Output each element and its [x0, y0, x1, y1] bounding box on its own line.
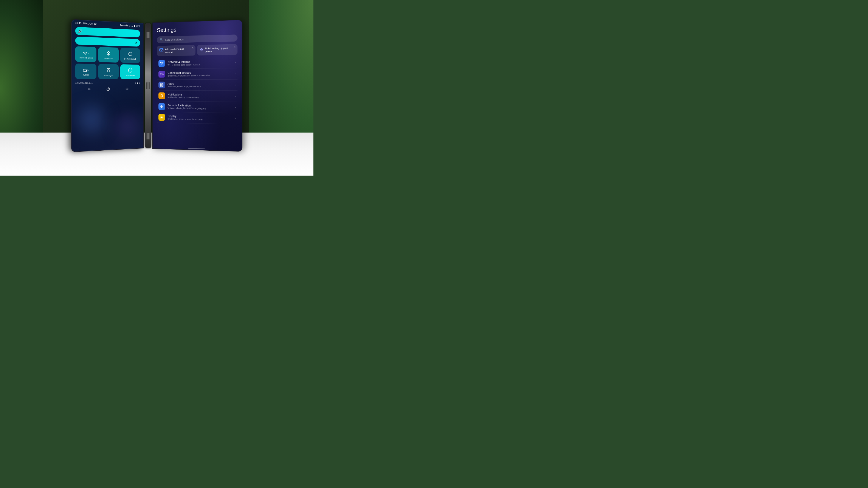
wifi-tile[interactable]: › Microsoft_Guest [75, 46, 96, 62]
sound-chevron: › [235, 106, 236, 109]
quick-settings-content: 🔊 ☀ [72, 25, 143, 95]
apps-chevron: › [235, 83, 236, 86]
finish-card-icon: ⚙ [200, 47, 203, 52]
gear-icon[interactable]: ⚙ [125, 87, 128, 92]
orb-purple [117, 115, 137, 137]
brightness-slider[interactable]: ☀ [75, 37, 140, 47]
devices-icon [158, 71, 165, 78]
autorotate-tile-label: Auto-rotate [126, 75, 135, 77]
email-card-text: Add another email account [165, 47, 193, 54]
finish-setup-card[interactable]: ⚙ Finish setting up your device ✕ [197, 44, 238, 55]
battery-icon: ▮ [134, 25, 135, 27]
notif-subtitle: Notification history, conversations [167, 96, 232, 99]
svg-point-19 [161, 117, 162, 118]
email-suggestion-card[interactable]: Add another email account ✕ [157, 45, 195, 56]
email-card-icon [159, 48, 163, 53]
notifications-item[interactable]: Notifications Notification history, conv… [157, 90, 238, 102]
search-placeholder-text: Search settings [165, 38, 184, 41]
sound-subtitle: Volume, vibrate, Do Not Disturb, rington… [167, 107, 232, 110]
power-icon[interactable]: ⏻ [106, 87, 111, 91]
apps-text: Apps Assistant, recent apps, default app… [167, 82, 232, 88]
connected-devices-item[interactable]: Connected devices Bluetooth, Android Aut… [157, 68, 238, 79]
wallet-arrow: › [88, 69, 89, 72]
edit-icon[interactable]: ✏ [88, 87, 91, 92]
devices-subtitle: Bluetooth, Android Auto, Surface accesso… [167, 74, 232, 77]
svg-line-26 [163, 116, 163, 117]
sound-text: Sounds & vibration Volume, vibrate, Do N… [167, 104, 232, 110]
wallet-tile-label: Wallet [83, 74, 89, 76]
email-card-close[interactable]: ✕ [192, 46, 194, 49]
notif-icon [158, 92, 165, 99]
right-screen: Settings 🔍 Search settings [152, 20, 242, 152]
svg-rect-15 [162, 84, 163, 85]
svg-rect-17 [162, 85, 163, 86]
autorotate-icon [128, 68, 133, 74]
flashlight-tile[interactable]: Flashlight [98, 64, 119, 79]
network-icon [158, 60, 165, 67]
finish-card-close[interactable]: ✕ [234, 45, 236, 48]
apps-icon [158, 82, 165, 88]
display-item[interactable]: Display Brightness, home screen, lock sc… [157, 112, 238, 124]
settings-screen: Settings 🔍 Search settings [153, 20, 242, 151]
apps-item[interactable]: Apps Assistant, recent apps, default app… [157, 79, 238, 91]
volume-slider[interactable]: 🔊 [75, 27, 140, 37]
network-text: Network & internet Wi-Fi, mobile, data u… [167, 60, 232, 66]
phone-hinge [145, 23, 151, 148]
time-display: 10:45 [75, 22, 81, 25]
dnd-icon [128, 52, 132, 57]
wallet-tile[interactable]: › Wallet [75, 63, 96, 79]
flashlight-icon [106, 68, 111, 73]
network-internet-item[interactable]: Network & internet Wi-Fi, mobile, data u… [157, 57, 238, 69]
wifi-tile-icon [83, 51, 88, 56]
battery-pct: 65% [136, 25, 140, 27]
autorotate-tile[interactable]: Auto-rotate [120, 64, 140, 79]
wifi-icon: ▲ [131, 25, 133, 27]
hinge-middle [146, 83, 150, 89]
devices-chevron: › [235, 72, 236, 75]
foldable-device: 10:45 Wed, Oct 12 T-Mobile ⊟ ▲ ▮ 65% 🔊 [72, 19, 242, 150]
apps-subtitle: Assistant, recent apps, default apps [167, 86, 232, 88]
dnd-tile[interactable]: Do Not Disturb [120, 48, 140, 63]
page-dots [135, 83, 140, 84]
dot-2 [137, 83, 138, 84]
display-chevron: › [235, 117, 236, 120]
devices-text: Connected devices Bluetooth, Android Aut… [167, 71, 232, 77]
dot-1 [135, 83, 136, 84]
suggestion-cards: Add another email account ✕ ⚙ Finish set… [157, 44, 238, 56]
search-bar[interactable]: 🔍 Search settings [157, 34, 238, 43]
svg-rect-4 [86, 70, 87, 71]
svg-rect-14 [160, 84, 161, 85]
search-icon: 🔍 [160, 38, 163, 41]
flashlight-tile-label: Flashlight [104, 74, 113, 77]
notif-chevron: › [235, 94, 236, 97]
wallet-icon [83, 68, 88, 73]
date-display: Wed, Oct 12 [83, 22, 96, 25]
devices-title: Connected devices [167, 71, 232, 74]
dot-3 [139, 83, 140, 84]
svg-rect-5 [107, 70, 110, 72]
left-screen: 10:45 Wed, Oct 12 T-Mobile ⊟ ▲ ▮ 65% 🔊 [71, 19, 144, 152]
network-subtitle: Wi-Fi, mobile, data usage, hotspot [167, 63, 232, 66]
bluetooth-tile-label: Bluetooth [104, 58, 113, 60]
svg-point-18 [161, 97, 162, 97]
notif-title: Notifications [167, 93, 232, 96]
brightness-icon: ☀ [135, 41, 137, 45]
wifi-arrow: › [88, 52, 89, 55]
settings-title: Settings [157, 25, 238, 34]
qs-bottom-bar: ✏ ⏻ ⚙ [75, 85, 140, 93]
signal-icon: ⊟ [129, 24, 130, 27]
svg-rect-11 [160, 73, 162, 75]
apps-title: Apps [167, 82, 232, 85]
bluetooth-tile[interactable]: Bluetooth [98, 47, 119, 63]
sound-icon [158, 103, 165, 110]
display-text: Display Brightness, home screen, lock sc… [167, 115, 232, 121]
volume-icon: 🔊 [78, 29, 83, 33]
finish-card-text: Finish setting up your device [205, 46, 235, 53]
settings-list: Network & internet Wi-Fi, mobile, data u… [157, 57, 238, 124]
svg-rect-16 [160, 85, 161, 86]
bluetooth-icon [107, 51, 110, 57]
notif-text: Notifications Notification history, conv… [167, 93, 232, 99]
sound-item[interactable]: Sounds & vibration Volume, vibrate, Do N… [157, 101, 238, 113]
status-time-date: 10:45 Wed, Oct 12 [75, 22, 96, 25]
quick-tiles-grid: › Microsoft_Guest Bluetooth [75, 46, 140, 79]
